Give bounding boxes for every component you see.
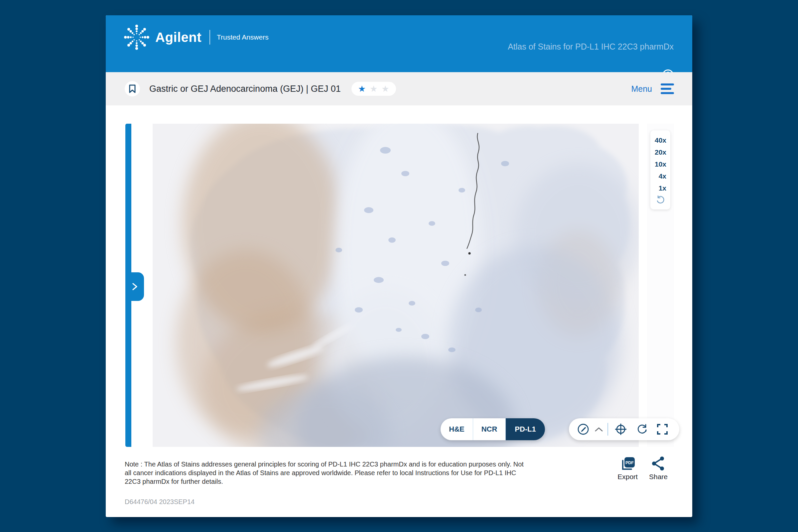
menu-wrap: Menu xyxy=(631,83,674,94)
stain-tab-ncr[interactable]: NCR xyxy=(473,418,506,440)
toolbar-divider xyxy=(607,423,608,436)
stain-tab-pdl1[interactable]: PD-L1 xyxy=(506,418,545,440)
tissue-section-image xyxy=(153,124,639,447)
app-header: Agilent Trusted Answers Atlas of Stains … xyxy=(106,15,692,72)
disclaimer-note: Note : The Atlas of Stains addresses gen… xyxy=(125,460,524,486)
star-1[interactable]: ★ xyxy=(358,84,366,93)
export-button[interactable]: PDF Export xyxy=(618,456,638,481)
slide-viewer: 40x20x10x4x1x H&ENCRPD-L1 xyxy=(125,124,674,447)
navigator-grid-icon xyxy=(614,423,627,436)
share-icon xyxy=(651,456,666,471)
bookmark-button[interactable] xyxy=(125,81,140,96)
rating-stars: ★★★ xyxy=(352,82,396,96)
reset-view-button[interactable] xyxy=(656,195,665,206)
bookmark-icon xyxy=(129,84,136,93)
svg-text:PDF: PDF xyxy=(625,460,634,465)
expand-chevron-icon xyxy=(131,282,138,291)
document-id: D64476/04 2023SEP14 xyxy=(125,498,194,506)
agilent-starburst-logo-icon xyxy=(124,25,149,50)
star-3[interactable]: ★ xyxy=(381,84,389,93)
star-2[interactable]: ★ xyxy=(370,84,377,93)
annotate-pen-button[interactable] xyxy=(577,423,590,436)
app-title: Atlas of Stains for PD-L1 IHC 22C3 pharm… xyxy=(508,42,673,52)
slide-image[interactable] xyxy=(153,124,639,447)
stain-selector: H&ENCRPD-L1 xyxy=(440,418,545,440)
expand-panel-button[interactable] xyxy=(125,272,144,301)
export-label: Export xyxy=(618,473,638,481)
footer-actions: PDF Export Share xyxy=(618,456,668,481)
menu-button[interactable]: Menu xyxy=(631,84,652,94)
brand[interactable]: Agilent Trusted Answers xyxy=(124,22,269,53)
reset-view-icon xyxy=(656,195,665,205)
annotate-pen-icon xyxy=(577,423,590,436)
viewer-right-rail: 40x20x10x4x1x xyxy=(647,124,674,447)
fullscreen-button[interactable] xyxy=(657,424,668,435)
brand-tagline: Trusted Answers xyxy=(217,33,269,41)
slide-header-bar: Gastric or GEJ Adenocarcinoma (GEJ) | GE… xyxy=(106,72,692,106)
zoom-level-4x[interactable]: 4x xyxy=(659,170,670,182)
share-button[interactable]: Share xyxy=(649,456,668,481)
share-label: Share xyxy=(649,473,668,481)
zoom-level-1x[interactable]: 1x xyxy=(659,182,670,194)
zoom-level-panel: 40x20x10x4x1x xyxy=(650,130,670,209)
fullscreen-icon xyxy=(657,424,668,435)
stain-tab-he[interactable]: H&E xyxy=(440,418,473,440)
collapse-caret-icon xyxy=(595,427,603,432)
hamburger-icon[interactable] xyxy=(661,83,674,94)
zoom-level-20x[interactable]: 20x xyxy=(655,146,670,158)
export-pdf-icon: PDF xyxy=(620,456,635,471)
navigator-grid-button[interactable] xyxy=(614,423,627,436)
app-window: Agilent Trusted Answers Atlas of Stains … xyxy=(106,15,692,517)
viewer-toolbar xyxy=(569,418,679,440)
zoom-level-10x[interactable]: 10x xyxy=(655,158,670,170)
brand-divider xyxy=(209,30,210,44)
rotate-button[interactable] xyxy=(636,423,648,435)
rotate-icon xyxy=(636,423,648,435)
zoom-level-40x[interactable]: 40x xyxy=(655,134,670,146)
brand-name: Agilent xyxy=(155,30,202,45)
toolbar-collapse-button[interactable] xyxy=(595,427,603,432)
slide-title: Gastric or GEJ Adenocarcinoma (GEJ) | GE… xyxy=(149,84,341,94)
